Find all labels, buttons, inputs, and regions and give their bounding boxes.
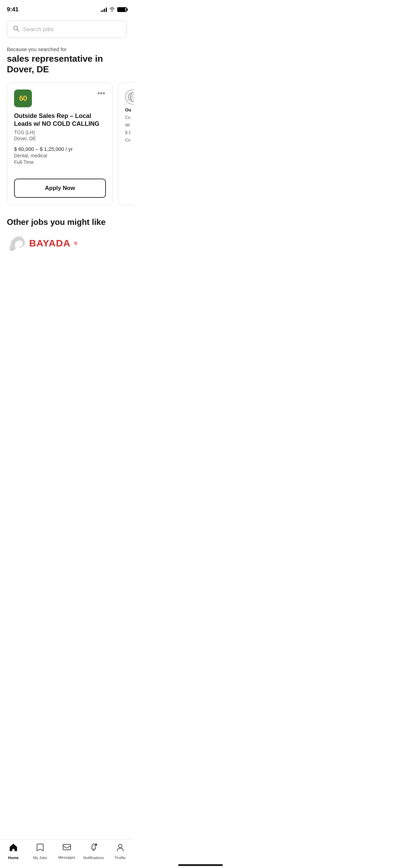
job-card-2-partial: Ou Co Wi $ 1 Co [118,82,134,205]
job-card-1-header: 60 ••• [14,89,106,107]
job-location-1: Dover, DE [14,136,106,141]
search-query-text: sales representative in Dover, DE [7,53,127,75]
job-salary-partial: $ 1 [125,130,134,135]
signal-icon [101,7,107,12]
bayada-registered: ® [74,241,77,246]
battery-icon [117,7,127,12]
other-jobs-section: Other jobs you might like BAYADA ® [0,210,134,253]
status-bar: 9:41 [0,0,134,17]
job-detail-wi: Wi [125,123,134,128]
search-container: Search jobs [0,17,134,44]
job-company-1: TCG (LH) [14,130,106,135]
job-salary-1: $ 60,000 – $ 1,25,000 / yr [14,146,106,152]
svg-line-1 [17,29,19,31]
search-section-header: Because you searched for sales represent… [0,44,134,77]
company-logo-partial [125,89,134,105]
job-benefits-1: Dental, medical [14,153,106,158]
bayada-text: BAYADA [29,238,71,249]
search-placeholder: Search jobs [23,26,54,33]
because-label: Because you searched for [7,46,127,52]
bayada-logo: BAYADA ® [7,234,127,253]
job-card-1: 60 ••• Outside Sales Rep – Local Leads w… [7,82,113,205]
bayada-bird-icon [7,234,26,253]
job-type-1: Full-Time [14,159,106,165]
search-icon [13,25,20,34]
status-time: 9:41 [7,6,19,13]
search-bar[interactable]: Search jobs [7,21,127,38]
wifi-icon [109,7,115,13]
other-jobs-title: Other jobs you might like [7,217,127,227]
more-options-button[interactable]: ••• [97,89,106,97]
job-detail-co2: Co [125,138,134,143]
status-icons [101,7,127,13]
job-title-1: Outside Sales Rep – Local Leads w/ NO CO… [14,112,106,128]
jobs-scroll-area: 60 ••• Outside Sales Rep – Local Leads w… [0,77,134,210]
job-title-partial: Ou [125,107,134,112]
job-detail-co: Co [125,115,134,120]
company-logo-tcg: 60 [14,89,32,107]
apply-now-button[interactable]: Apply Now [14,179,106,198]
